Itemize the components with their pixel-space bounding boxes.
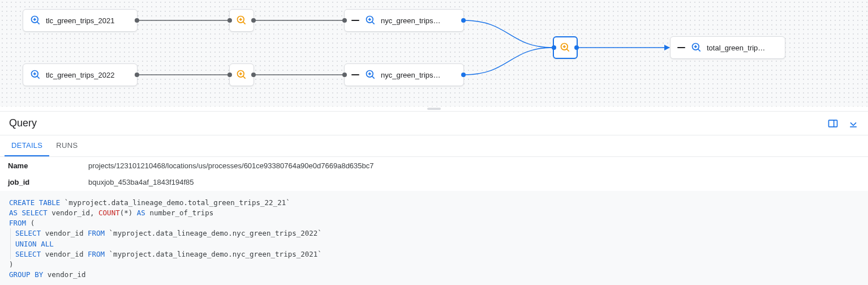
port-out xyxy=(251,73,256,77)
port-out xyxy=(135,73,139,77)
node-nyc-green-trips-2[interactable]: nyc_green_trips… xyxy=(344,63,464,86)
lineage-canvas[interactable]: tlc_green_trips_2021 nyc_green_trips… tl… xyxy=(0,0,868,107)
bigquery-table-icon xyxy=(365,15,376,26)
port-in xyxy=(342,18,347,23)
port-in xyxy=(552,45,556,50)
svg-line-16 xyxy=(372,76,375,79)
query-process-icon xyxy=(560,42,571,53)
node-label: nyc_green_trips… xyxy=(381,16,441,25)
port-out xyxy=(135,18,139,23)
panel-title: Query xyxy=(9,117,37,129)
node-total-green-trips[interactable]: total_green_trip… xyxy=(670,36,785,59)
query-panel-header: Query xyxy=(0,112,868,135)
detail-name-value: projects/123101210468/locations/us/proce… xyxy=(81,158,867,173)
tab-runs[interactable]: RUNS xyxy=(49,135,84,156)
svg-line-20 xyxy=(698,49,701,52)
bigquery-table-icon xyxy=(365,69,376,80)
node-label: total_green_trip… xyxy=(707,44,765,52)
port-out xyxy=(251,18,256,23)
node-process-1[interactable] xyxy=(229,9,254,32)
node-nyc-green-trips-1[interactable]: nyc_green_trips… xyxy=(344,9,464,32)
details-table: Name projects/123101210468/locations/us/… xyxy=(0,157,868,191)
svg-line-12 xyxy=(37,76,40,79)
node-label: nyc_green_trips… xyxy=(381,71,441,79)
bigquery-table-icon xyxy=(30,15,41,26)
port-in xyxy=(227,73,232,77)
table-row: job_id bquxjob_453ba4af_1843f194f85 xyxy=(1,175,867,190)
node-process-2[interactable] xyxy=(229,63,254,86)
port-out xyxy=(461,73,466,77)
node-tlc-green-trips-2021[interactable]: tlc_green_trips_2021 xyxy=(23,9,137,32)
svg-line-18 xyxy=(567,49,569,52)
port-in xyxy=(342,73,347,77)
query-process-icon xyxy=(236,15,247,26)
port-out xyxy=(574,45,579,50)
tab-details[interactable]: DETAILS xyxy=(5,135,49,156)
table-row: Name projects/123101210468/locations/us/… xyxy=(1,158,867,173)
sql-code-block: CREATE TABLE `myproject.data_lineage_dem… xyxy=(0,191,868,285)
collapse-panel-button[interactable] xyxy=(848,118,859,129)
svg-line-6 xyxy=(37,22,40,24)
dash-icon xyxy=(677,47,685,48)
grip-icon xyxy=(427,108,441,110)
panel-tabs: DETAILS RUNS xyxy=(0,135,868,157)
detail-jobid-value: bquxjob_453ba4af_1843f194f85 xyxy=(81,175,867,190)
svg-rect-21 xyxy=(829,120,837,127)
svg-line-14 xyxy=(243,76,246,79)
node-process-merge[interactable] xyxy=(553,36,578,59)
port-out xyxy=(461,18,466,23)
svg-line-8 xyxy=(243,22,246,24)
dash-icon xyxy=(351,74,359,75)
svg-line-10 xyxy=(372,22,375,24)
node-tlc-green-trips-2022[interactable]: tlc_green_trips_2022 xyxy=(23,63,137,86)
dash-icon xyxy=(351,20,359,21)
port-in xyxy=(227,18,232,23)
node-label: tlc_green_trips_2022 xyxy=(46,71,114,79)
bigquery-table-icon xyxy=(691,42,702,53)
node-label: tlc_green_trips_2021 xyxy=(46,16,114,25)
bigquery-table-icon xyxy=(30,69,41,80)
panel-resize-handle[interactable] xyxy=(0,107,868,112)
toggle-side-panel-button[interactable] xyxy=(827,118,839,129)
detail-name-label: Name xyxy=(1,158,80,173)
detail-jobid-label: job_id xyxy=(1,175,80,190)
query-process-icon xyxy=(236,69,247,80)
